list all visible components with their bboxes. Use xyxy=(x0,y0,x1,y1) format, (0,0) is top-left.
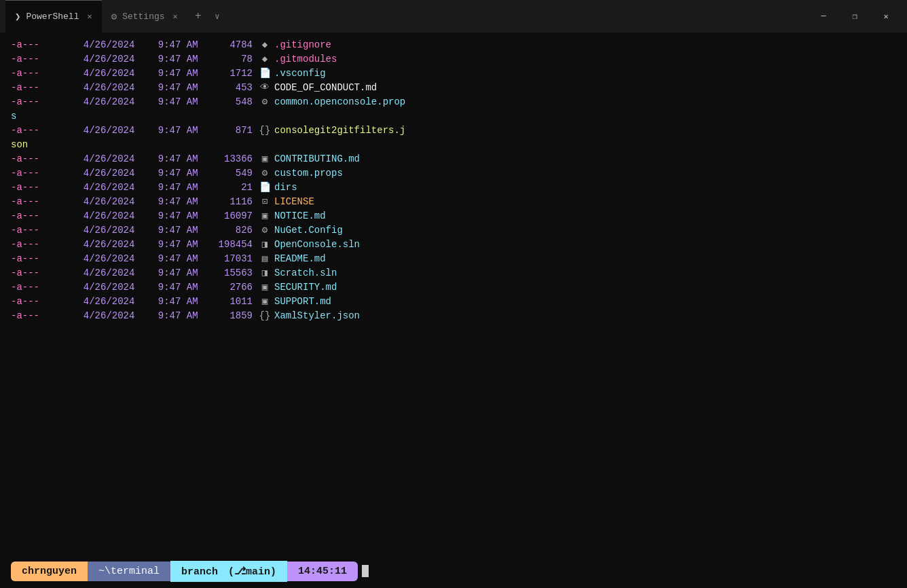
status-dir: ~\terminal xyxy=(88,562,170,581)
branch-label: branch xyxy=(181,566,218,578)
window-controls: — ❐ ✕ xyxy=(808,5,902,27)
close-button[interactable]: ✕ xyxy=(870,5,902,27)
new-tab-button[interactable]: + xyxy=(187,5,209,27)
file-row: -a--- 4/26/2024 9:47 AM16097▣NOTICE.md xyxy=(11,209,896,223)
file-row: -a--- 4/26/2024 9:47 AM2766▣SECURITY.md xyxy=(11,280,896,295)
file-row-wrap: s xyxy=(11,109,896,124)
file-listing: -a--- 4/26/2024 9:47 AM4784◆.gitignore-a… xyxy=(11,38,896,323)
file-row: -a--- 4/26/2024 9:47 AM15563◨Scratch.sln xyxy=(11,266,896,280)
tab-settings[interactable]: ⚙ Settings ✕ xyxy=(102,0,187,33)
file-row: -a--- 4/26/2024 9:47 AM1011▣SUPPORT.md xyxy=(11,295,896,309)
tab-powershell-close[interactable]: ✕ xyxy=(87,12,92,22)
file-row: -a--- 4/26/2024 9:47 AM548⚙common.openco… xyxy=(11,95,896,109)
file-row: -a--- 4/26/2024 9:47 AM21📄dirs xyxy=(11,181,896,195)
terminal-content: -a--- 4/26/2024 9:47 AM4784◆.gitignore-a… xyxy=(0,33,907,554)
file-row: -a--- 4/26/2024 9:47 AM1712📄.vsconfig xyxy=(11,67,896,81)
status-user: chrnguyen xyxy=(11,562,88,581)
file-row: -a--- 4/26/2024 9:47 AM549⚙custom.props xyxy=(11,166,896,181)
branch-name: (⎇main) xyxy=(228,566,276,578)
settings-icon: ⚙ xyxy=(111,11,117,22)
titlebar: ❯ PowerShell ✕ ⚙ Settings ✕ + ∨ — ❐ ✕ xyxy=(0,0,907,33)
maximize-button[interactable]: ❐ xyxy=(839,5,870,27)
file-row: -a--- 4/26/2024 9:47 AM1116⊡LICENSE xyxy=(11,195,896,209)
tab-settings-label: Settings xyxy=(122,12,164,22)
tab-powershell-label: PowerShell xyxy=(26,12,79,22)
file-row: -a--- 4/26/2024 9:47 AM826⚙NuGet.Config xyxy=(11,223,896,238)
file-row-wrap: son xyxy=(11,138,896,152)
status-time: 14:45:11 xyxy=(287,562,358,581)
file-row: -a--- 4/26/2024 9:47 AM453👁CODE_OF_CONDU… xyxy=(11,81,896,95)
tab-settings-close[interactable]: ✕ xyxy=(173,12,178,22)
file-row: -a--- 4/26/2024 9:47 AM4784◆.gitignore xyxy=(11,38,896,52)
file-row: -a--- 4/26/2024 9:47 AM17031▤README.md xyxy=(11,252,896,266)
tab-powershell[interactable]: ❯ PowerShell ✕ xyxy=(5,0,102,33)
tab-dropdown-button[interactable]: ∨ xyxy=(209,5,225,27)
cursor-blink xyxy=(362,565,369,577)
file-row: -a--- 4/26/2024 9:47 AM871{}consolegit2g… xyxy=(11,124,896,138)
file-row: -a--- 4/26/2024 9:47 AM198454◨OpenConsol… xyxy=(11,238,896,252)
file-row: -a--- 4/26/2024 9:47 AM13366▣CONTRIBUTIN… xyxy=(11,152,896,166)
powershell-icon: ❯ xyxy=(15,11,20,22)
file-row: -a--- 4/26/2024 9:47 AM1859{}XamlStyler.… xyxy=(11,309,896,323)
status-branch: branch (⎇main) xyxy=(170,561,287,582)
file-row: -a--- 4/26/2024 9:47 AM78◆.gitmodules xyxy=(11,52,896,67)
statusbar: chrnguyen ~\terminal branch (⎇main) 14:4… xyxy=(0,554,907,588)
minimize-button[interactable]: — xyxy=(808,5,839,27)
